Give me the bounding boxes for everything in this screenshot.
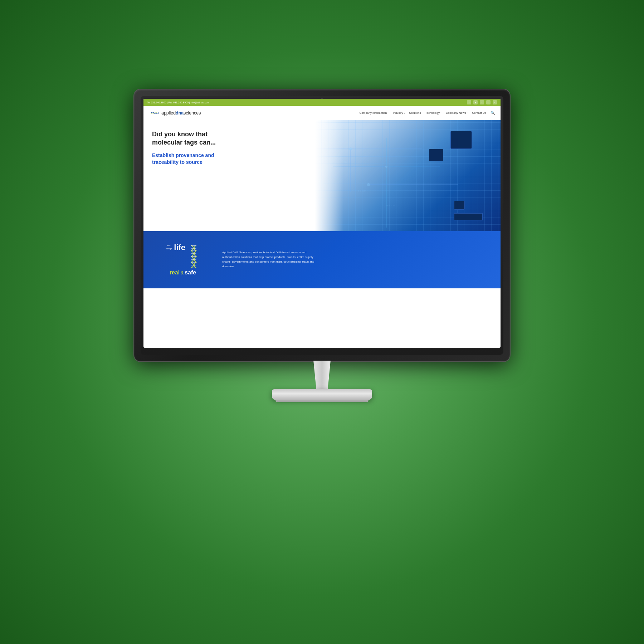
navbar: applieddnasciences Company Information ▾… — [143, 106, 501, 120]
social-icons: f ▶ t in v — [467, 100, 497, 104]
logo[interactable]: applieddnasciences — [149, 110, 201, 116]
website-screen: Tel 631.240.8800 | Fax 631.240.8900 | in… — [143, 99, 501, 348]
nav-industry[interactable]: Industry ▾ — [393, 111, 405, 114]
nav-company-news[interactable]: Company News ▾ — [446, 111, 468, 114]
logo-sciences: sciences — [184, 110, 201, 116]
chevron-down-icon: ▾ — [440, 112, 441, 114]
tagline-area: we keep life — [154, 244, 211, 276]
hero-fade — [315, 120, 343, 231]
tagline-life-text: life — [174, 244, 185, 252]
svg-point-10 — [367, 183, 370, 186]
svg-text:N P U W: N P U W — [386, 204, 395, 206]
tagline-we-keep: we keep — [166, 244, 172, 250]
chevron-down-icon: ▾ — [467, 112, 468, 114]
vimeo-icon[interactable]: v — [493, 100, 497, 104]
monitor-bezel: Tel 631.240.8800 | Fax 631.240.8900 | in… — [141, 96, 503, 355]
chevron-down-icon: ▾ — [387, 112, 389, 114]
twitter-icon[interactable]: t — [480, 100, 484, 104]
contact-info: Tel 631.240.8800 | Fax 631.240.8900 | in… — [147, 101, 209, 104]
top-bar: Tel 631.240.8800 | Fax 631.240.8900 | in… — [143, 99, 501, 106]
svg-text:98: 98 — [343, 161, 347, 164]
svg-point-9 — [385, 166, 387, 168]
nav-technology[interactable]: Technology ▾ — [425, 111, 441, 114]
chevron-down-icon: ▾ — [404, 112, 405, 114]
monitor-stand — [272, 389, 372, 400]
hero-headline: Did you know that molecular tags can... — [152, 130, 306, 147]
dna-helix-icon — [187, 244, 200, 269]
svg-point-8 — [349, 147, 352, 150]
linkedin-icon[interactable]: in — [486, 100, 491, 104]
logo-dna: dna — [176, 110, 184, 116]
monitor-neck — [308, 361, 336, 389]
svg-text:G H K M: G H K M — [358, 190, 366, 192]
nav-company-information[interactable]: Company Information ▾ — [360, 111, 389, 114]
logo-applied: applied — [161, 110, 176, 116]
nav-links: Company Information ▾ Industry ▾ Solutio… — [360, 111, 495, 115]
hero-content: Did you know that molecular tags can... … — [143, 120, 315, 231]
monitor-body: Tel 631.240.8800 | Fax 631.240.8900 | in… — [134, 89, 510, 361]
search-icon[interactable]: 🔍 — [491, 111, 495, 115]
logo-text: applieddnasciences — [161, 110, 201, 116]
company-description: Applied DNA Sciences provides botanical-… — [222, 250, 322, 269]
bottom-section: we keep life — [143, 231, 501, 288]
monitor-wrapper: Tel 631.240.8800 | Fax 631.240.8900 | in… — [125, 89, 519, 555]
hero-subheadline: Establish provenance and traceability to… — [152, 152, 306, 166]
youtube-icon[interactable]: ▶ — [473, 100, 478, 104]
hero-image: A B C E F G H K M N P U W 98 — [315, 120, 501, 231]
nav-solutions[interactable]: Solutions — [409, 111, 421, 114]
facebook-icon[interactable]: f — [467, 100, 471, 104]
hero-section: Did you know that molecular tags can... … — [143, 120, 501, 231]
nav-contact-us[interactable]: Contact Us — [472, 111, 486, 114]
logo-icon — [149, 110, 159, 116]
